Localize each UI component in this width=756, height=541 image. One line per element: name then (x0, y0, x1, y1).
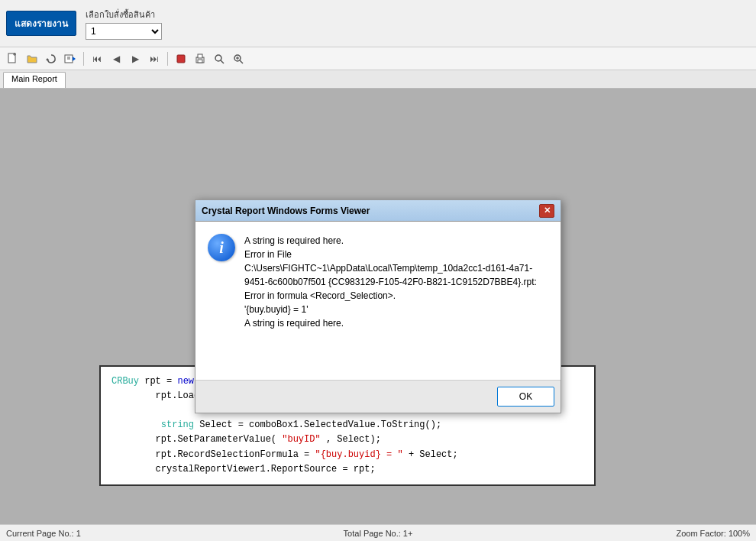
msg-line-7: A string is required here. (244, 316, 548, 330)
last-page-button[interactable]: ⏭ (146, 50, 163, 67)
code-line-6: rpt.RecordSelectionFormula = "{buy.buyid… (111, 448, 583, 462)
dialog-title: Crystal Report Windows Forms Viewer (202, 206, 370, 216)
search-button[interactable] (211, 50, 228, 67)
svg-rect-8 (177, 55, 185, 63)
svg-point-12 (215, 55, 221, 61)
prev-page-button[interactable]: ◀ (108, 50, 124, 67)
error-dialog: Crystal Report Windows Forms Viewer ✕ i … (195, 199, 561, 413)
separator-1 (83, 52, 84, 66)
code-line-7: crystalReportViewer1.ReportSource = rpt; (111, 462, 583, 477)
dialog-footer: OK (195, 380, 561, 413)
msg-line-5: Error in formula <Record_Selection>. (244, 289, 548, 303)
top-toolbar: แสดงรายงาน เลือกใบสั่งซื้อสินค้า 1 (0, 0, 756, 47)
print-button[interactable] (192, 50, 208, 67)
total-pages-status: Total Page No.: 1+ (254, 529, 502, 538)
new-button[interactable] (5, 50, 21, 67)
dialog-message: A string is required here. Error in File… (244, 234, 548, 372)
main-content: CRBuy rpt = new CRBuy (); rpt.Load(); st… (0, 89, 756, 524)
purchase-order-select[interactable]: 1 (86, 23, 162, 40)
svg-line-15 (240, 60, 243, 63)
stop-button[interactable] (173, 50, 189, 67)
next-page-button[interactable]: ▶ (127, 50, 144, 67)
refresh-button[interactable] (43, 50, 60, 67)
status-bar: Current Page No.: 1 Total Page No.: 1+ Z… (0, 524, 756, 541)
dropdown-label: เลือกใบสั่งซื้อสินค้า (86, 8, 162, 21)
ok-button[interactable]: OK (497, 387, 554, 407)
svg-rect-10 (198, 54, 202, 58)
open-button[interactable] (24, 50, 40, 67)
code-line-5: rpt.SetParameterValue( "buyID" , Select)… (111, 432, 583, 447)
current-page-status: Current Page No.: 1 (6, 529, 254, 538)
zoom-status: Zoom Factor: 100% (502, 529, 750, 538)
first-page-button[interactable]: ⏮ (89, 50, 105, 67)
zoom-button[interactable] (230, 50, 247, 67)
info-icon: i (208, 234, 235, 261)
svg-marker-7 (73, 57, 76, 61)
export-button[interactable] (62, 50, 79, 67)
dialog-body: i A string is required here. Error in Fi… (195, 222, 561, 380)
report-toolbar: ⏮ ◀ ▶ ⏭ (0, 47, 756, 70)
msg-line-3: C:\Users\FIGHTC~1\AppData\Local\Temp\tem… (244, 261, 548, 275)
svg-line-13 (221, 60, 224, 63)
svg-marker-3 (46, 58, 50, 60)
msg-line-2: Error in File (244, 248, 548, 261)
msg-line-1: A string is required here. (244, 234, 548, 248)
separator-2 (167, 52, 168, 66)
tab-bar: Main Report (0, 70, 756, 89)
dialog-close-button[interactable]: ✕ (539, 204, 554, 218)
msg-line-6: '{buy.buyid} = 1' (244, 303, 548, 316)
svg-rect-11 (198, 60, 202, 63)
main-report-tab[interactable]: Main Report (3, 72, 66, 88)
dropdown-group: เลือกใบสั่งซื้อสินค้า 1 (86, 8, 162, 40)
code-line-4: string Select = comboBox1.SelectedValue.… (111, 418, 583, 432)
msg-line-4: 9451-6c600b07f501 {CC983129-F105-42F0-B8… (244, 275, 548, 289)
dialog-titlebar: Crystal Report Windows Forms Viewer ✕ (195, 200, 561, 222)
show-report-button[interactable]: แสดงรายงาน (6, 11, 76, 36)
